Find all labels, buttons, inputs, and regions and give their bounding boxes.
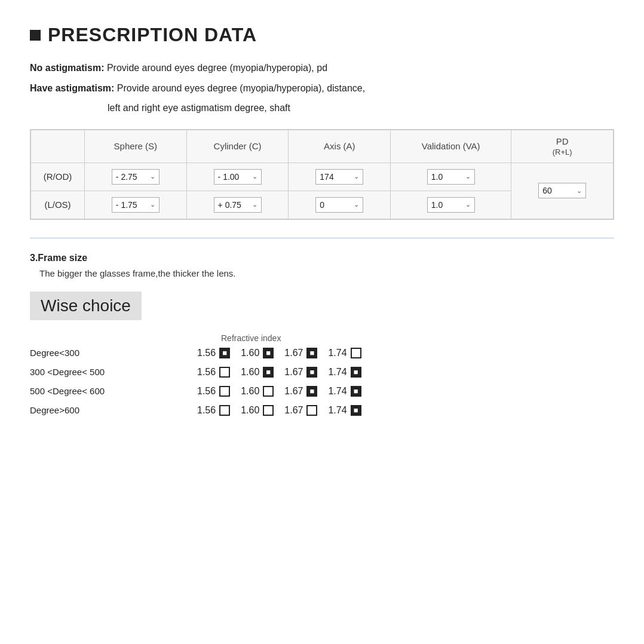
cylinder-rod-arrow-icon: ⌄: [252, 173, 257, 180]
ri-checkbox-empty-icon[interactable]: [263, 386, 274, 397]
ri-index-label: 1.67: [284, 348, 303, 358]
ri-entry: 1.74■: [328, 367, 361, 378]
sphere-rod-value: - 2.75: [116, 172, 137, 182]
ri-checkbox-filled-icon[interactable]: ■: [263, 367, 274, 378]
ri-header-text: Refractive index: [221, 333, 281, 343]
row-rod-axis: 174 ⌄: [289, 162, 391, 191]
row-los-axis: 0 ⌄: [289, 191, 391, 219]
ri-checkbox-empty-icon[interactable]: [219, 405, 230, 416]
ri-table-wrapper: Refractive index Degree<3001.56■1.60■1.6…: [30, 333, 614, 416]
no-astig-label: No astigmatism:: [30, 63, 104, 73]
ri-row: Degree<3001.56■1.60■1.67■1.74: [30, 348, 614, 358]
ri-entry: 1.56: [197, 367, 230, 378]
pd-select[interactable]: 60 ⌄: [538, 183, 586, 198]
ri-header-row: Refractive index: [30, 333, 614, 343]
ri-entry: 1.74■: [328, 405, 361, 416]
cylinder-los-arrow-icon: ⌄: [252, 201, 257, 208]
ri-rows-container: Degree<3001.56■1.60■1.67■1.74300 <Degree…: [30, 348, 614, 416]
ri-checkbox-filled-icon[interactable]: ■: [351, 386, 361, 397]
section-title: PRESCRIPTION DATA: [30, 24, 614, 46]
ri-checkbox-empty-icon[interactable]: [219, 386, 230, 397]
cylinder-rod-value: - 1.00: [218, 172, 240, 182]
ri-checkbox-empty-icon[interactable]: [306, 405, 317, 416]
ri-index-label: 1.67: [284, 367, 303, 378]
ri-entry: 1.67■: [284, 367, 317, 378]
axis-rod-select[interactable]: 174 ⌄: [315, 169, 363, 185]
validation-los-arrow-icon: ⌄: [465, 201, 471, 208]
axis-los-arrow-icon: ⌄: [354, 201, 359, 208]
frame-section-desc: The bigger the glasses frame,the thicker…: [30, 268, 614, 278]
prescription-table-wrapper: Sphere (S) Cylinder (C) Axis (A) Validat…: [30, 129, 614, 220]
ri-degree-label: Degree>600: [30, 405, 197, 415]
axis-los-select[interactable]: 0 ⌄: [315, 197, 363, 213]
col-header-sphere: Sphere (S): [85, 130, 187, 162]
ri-entry: 1.60■: [241, 367, 274, 378]
col-header-validation: Validation (VA): [391, 130, 511, 162]
ri-checkbox-filled-icon[interactable]: ■: [306, 367, 317, 378]
validation-los-select[interactable]: 1.0 ⌄: [427, 197, 475, 213]
sphere-los-value: - 1.75: [116, 200, 137, 210]
ri-entry: 1.60: [241, 386, 274, 397]
validation-rod-select[interactable]: 1.0 ⌄: [427, 169, 475, 185]
sphere-los-select[interactable]: - 1.75 ⌄: [112, 197, 160, 213]
ri-index-label: 1.60: [241, 348, 259, 358]
have-astig-text: Provide around eyes degree (myopia/hyper…: [117, 83, 365, 93]
cylinder-los-value: + 0.75: [218, 200, 241, 210]
instruction-have-astig-line2: left and right eye astigmatism degree, s…: [30, 100, 614, 116]
ri-index-label: 1.74: [328, 405, 346, 416]
col-header-cylinder: Cylinder (C): [186, 130, 289, 162]
pd-arrow-icon: ⌄: [576, 187, 582, 195]
ri-degree-label: Degree<300: [30, 348, 197, 358]
title-square-icon: [30, 30, 41, 41]
section-divider: [30, 238, 614, 238]
ri-checkbox-filled-icon[interactable]: ■: [263, 348, 274, 358]
validation-rod-value: 1.0: [431, 172, 443, 182]
ri-row: 500 <Degree< 6001.561.601.67■1.74■: [30, 386, 614, 397]
ri-values: 1.561.601.671.74■: [197, 405, 361, 416]
instruction-no-astig: No astigmatism: Provide around eyes degr…: [30, 60, 614, 76]
ri-entry: 1.56■: [197, 348, 230, 358]
page-title: PRESCRIPTION DATA: [48, 24, 257, 46]
ri-checkbox-filled-icon[interactable]: ■: [306, 348, 317, 358]
axis-rod-arrow-icon: ⌄: [354, 173, 359, 180]
ri-entry: 1.74■: [328, 386, 361, 397]
ri-checkbox-filled-icon[interactable]: ■: [351, 367, 361, 378]
col-header-axis: Axis (A): [289, 130, 391, 162]
have-astig-text2: left and right eye astigmatism degree, s…: [108, 103, 290, 113]
sphere-rod-arrow-icon: ⌄: [150, 173, 155, 180]
ri-entry: 1.60■: [241, 348, 274, 358]
ri-checkbox-empty-icon[interactable]: [263, 405, 274, 416]
wise-choice-box: Wise choice: [30, 292, 142, 320]
axis-rod-value: 174: [320, 172, 333, 182]
ri-checkbox-empty-icon[interactable]: [351, 348, 361, 358]
ri-checkbox-filled-icon[interactable]: ■: [219, 348, 230, 358]
validation-los-value: 1.0: [431, 200, 443, 210]
prescription-table: Sphere (S) Cylinder (C) Axis (A) Validat…: [30, 130, 614, 219]
row-los-label: (L/OS): [31, 191, 85, 219]
ri-index-label: 1.60: [241, 386, 259, 397]
cylinder-rod-select[interactable]: - 1.00 ⌄: [214, 169, 262, 185]
ri-checkbox-filled-icon[interactable]: ■: [306, 386, 317, 397]
ri-checkbox-filled-icon[interactable]: ■: [351, 405, 361, 416]
ri-index-label: 1.67: [284, 405, 303, 416]
instruction-have-astig: Have astigmatism: Provide around eyes de…: [30, 81, 614, 96]
pd-value: 60: [542, 186, 552, 195]
row-los-validation: 1.0 ⌄: [391, 191, 511, 219]
ri-row: 300 <Degree< 5001.561.60■1.67■1.74■: [30, 367, 614, 378]
axis-los-value: 0: [320, 200, 324, 210]
ri-entry: 1.67■: [284, 348, 317, 358]
cylinder-los-select[interactable]: + 0.75 ⌄: [214, 197, 262, 213]
ri-index-label: 1.74: [328, 348, 346, 358]
ri-index-label: 1.56: [197, 367, 216, 378]
pd-cell: 60 ⌄: [511, 162, 614, 219]
ri-entry: 1.56: [197, 386, 230, 397]
ri-checkbox-empty-icon[interactable]: [219, 367, 230, 378]
row-rod-cylinder: - 1.00 ⌄: [186, 162, 289, 191]
ri-index-label: 1.56: [197, 405, 216, 416]
ri-index-label: 1.56: [197, 386, 216, 397]
sphere-rod-select[interactable]: - 2.75 ⌄: [112, 169, 160, 185]
sphere-los-arrow-icon: ⌄: [150, 201, 155, 208]
ri-entry: 1.67: [284, 405, 317, 416]
col-header-pd: PD(R+L): [511, 130, 614, 162]
frame-section-title: 3.Frame size: [30, 253, 614, 263]
